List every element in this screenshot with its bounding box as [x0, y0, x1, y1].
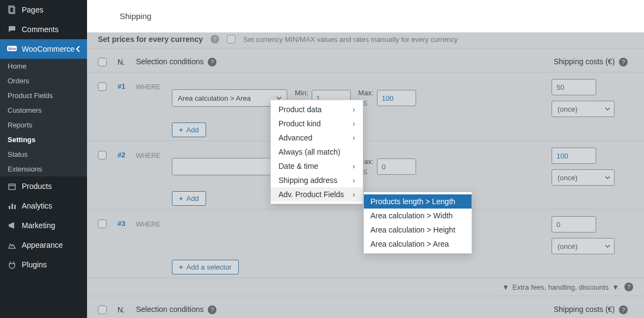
chevron-down-icon: ▼ [612, 283, 619, 291]
col-selection: Selection conditions ? [136, 57, 554, 66]
extra-fees-toggle[interactable]: ▼ Extra fees, handling, discounts ▼ ? [87, 278, 644, 296]
sidebar-item-woocommerce[interactable]: Woo WooCommerce [0, 39, 87, 59]
help-icon[interactable]: ? [619, 305, 628, 314]
sub-item-area[interactable]: Area calculation > Area [364, 237, 472, 251]
main-content: Shipping Set prices for every currency ?… [87, 0, 644, 318]
sidebar-item-analytics[interactable]: Analytics [0, 196, 87, 216]
col-n: N. [117, 305, 136, 314]
svg-text:Woo: Woo [8, 47, 16, 51]
page-title: Shipping [120, 11, 151, 21]
rule-row: #1 WHERE Area calculation > Area Min: ≥> [87, 72, 644, 140]
prices-text: Set currency MIN/MAX values and rates ma… [243, 35, 457, 44]
max-input[interactable] [377, 158, 416, 175]
sub-item-width[interactable]: Area calculation > Width [364, 209, 472, 223]
sidebar-sub-product-fields[interactable]: Product Fields [0, 88, 87, 103]
help-icon[interactable]: ? [210, 35, 219, 44]
rules-table-header: N. Selection conditions ? Shipping costs… [87, 296, 644, 318]
add-selector-button[interactable]: +Add [172, 123, 206, 137]
plus-icon: + [179, 126, 183, 134]
add-selector-button[interactable]: +Add a selector [172, 260, 239, 274]
sidebar-label: WooCommerce [22, 45, 75, 53]
sidebar-sub-status[interactable]: Status [0, 147, 87, 162]
dd-item-date-time[interactable]: Date & time› [271, 159, 363, 173]
cost-input[interactable] [552, 79, 596, 95]
max-label: Max: [358, 89, 374, 97]
rule-checkbox[interactable] [98, 82, 107, 91]
lte-icon[interactable]: ≤ [363, 167, 367, 176]
sidebar-item-plugins[interactable]: Plugins [0, 255, 87, 274]
sidebar-label: Plugins [22, 260, 47, 269]
sidebar-item-comments[interactable]: Comments [0, 20, 87, 39]
chevron-down-icon: ▼ [502, 283, 509, 291]
svg-rect-7 [14, 205, 16, 209]
sub-item-length[interactable]: Products length > Length [364, 194, 472, 209]
sidebar-label: Comments [22, 25, 59, 34]
dd-item-adv-product-fields[interactable]: Adv. Product Fields› [271, 187, 363, 201]
dd-item-product-data[interactable]: Product data› [271, 102, 363, 117]
chevron-right-icon: › [352, 190, 355, 199]
content-area: Set prices for every currency ? Set curr… [87, 33, 644, 318]
rule-id[interactable]: #1 [117, 82, 136, 90]
where-label: WHERE [136, 221, 172, 228]
dd-item-product-kind[interactable]: Product kind› [271, 117, 363, 131]
chevron-down-icon [604, 106, 611, 112]
sidebar-item-marketing[interactable]: Marketing [0, 216, 87, 235]
sidebar-sub-extensions[interactable]: Extensions [0, 162, 87, 176]
select-all-checkbox[interactable] [98, 58, 107, 66]
sidebar-sub-home[interactable]: Home [0, 59, 87, 74]
sidebar-sub-orders[interactable]: Orders [0, 74, 87, 88]
sidebar-label: Pages [22, 5, 44, 14]
col-cost: Shipping costs (€) ? [554, 57, 633, 66]
add-selector-button[interactable]: +Add [172, 191, 206, 206]
sidebar-label: Marketing [22, 221, 55, 230]
rule-checkbox[interactable] [98, 219, 107, 228]
sub-item-height[interactable]: Area calculation > Height [364, 223, 472, 237]
chevron-right-icon: › [352, 162, 355, 170]
frequency-select[interactable]: (once) [552, 238, 615, 254]
frequency-select[interactable]: (once) [552, 101, 615, 117]
col-n: N. [117, 58, 136, 66]
dd-item-shipping-address[interactable]: Shipping address› [271, 173, 363, 187]
sidebar-item-appearance[interactable]: Appearance [0, 235, 87, 255]
comment-icon [7, 24, 17, 35]
max-group: Max: <≤ [358, 157, 416, 176]
col-cost: Shipping costs (€) ? [554, 305, 633, 314]
prices-bar: Set prices for every currency ? Set curr… [87, 33, 644, 48]
max-input[interactable] [377, 90, 416, 106]
help-icon[interactable]: ? [208, 58, 216, 66]
cost-input[interactable] [552, 148, 596, 164]
sidebar-item-pages[interactable]: Pages [0, 0, 87, 20]
analytics-icon [7, 200, 17, 211]
sidebar-label: Products [22, 182, 52, 191]
rule-checkbox[interactable] [98, 151, 107, 160]
help-icon[interactable]: ? [624, 283, 633, 291]
help-icon[interactable]: ? [208, 305, 216, 314]
sidebar-sub-customers[interactable]: Customers [0, 103, 87, 118]
sidebar-label: Appearance [22, 241, 63, 249]
rule-id[interactable]: #2 [117, 151, 136, 159]
appearance-icon [7, 240, 17, 250]
chevron-right-icon: › [352, 119, 355, 128]
sidebar-item-products[interactable]: Products [0, 176, 87, 196]
caret-left-icon [76, 46, 81, 52]
chevron-down-icon [604, 243, 611, 249]
plus-icon: + [179, 263, 183, 271]
rule-id[interactable]: #3 [117, 219, 136, 228]
dd-item-always[interactable]: Always (all match) [271, 145, 363, 159]
dd-item-advanced[interactable]: Advanced› [271, 131, 363, 145]
lte-icon[interactable]: ≤ [363, 98, 367, 107]
select-all-checkbox[interactable] [98, 305, 107, 314]
plus-icon: + [179, 194, 183, 203]
selector-submenu: Products length > Length Area calculatio… [363, 192, 472, 254]
prices-checkbox[interactable] [227, 35, 236, 44]
chevron-down-icon [604, 174, 611, 181]
plugins-icon [7, 259, 17, 270]
chevron-right-icon: › [352, 105, 355, 114]
svg-rect-5 [9, 206, 10, 209]
sidebar-sub-settings[interactable]: Settings [0, 132, 87, 147]
cost-input[interactable] [552, 216, 596, 233]
frequency-select[interactable]: (once) [552, 169, 615, 186]
help-icon[interactable]: ? [619, 58, 628, 66]
svg-rect-6 [11, 204, 13, 209]
sidebar-sub-reports[interactable]: Reports [0, 118, 87, 132]
